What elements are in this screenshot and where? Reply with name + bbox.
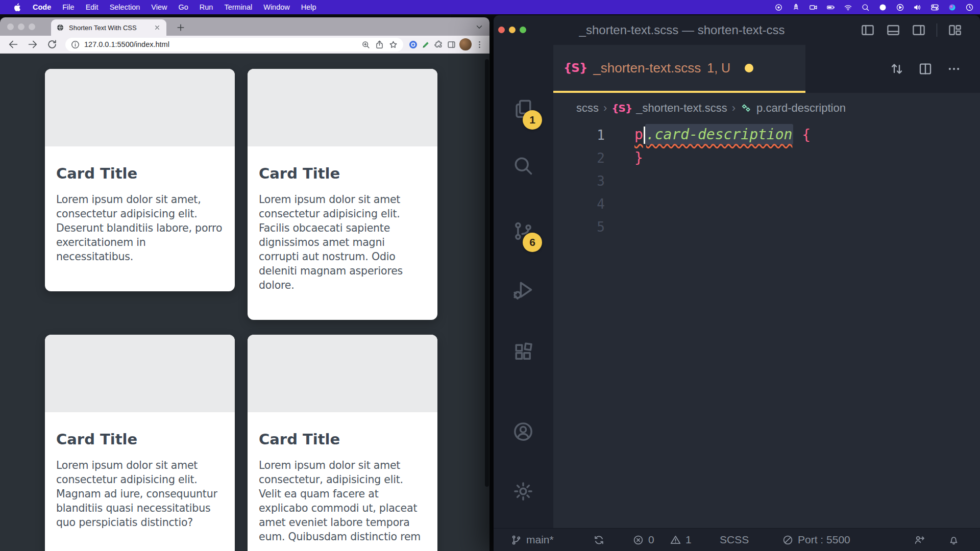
minimize-window-button[interactable]: [18, 23, 24, 30]
zoom-page-icon[interactable]: [361, 40, 371, 49]
language-mode-status[interactable]: SCSS: [720, 529, 749, 551]
content-card: Card TitleLorem ipsum dolor sit amet con…: [248, 335, 437, 551]
settings-gear-icon[interactable]: [512, 480, 534, 503]
siri-icon[interactable]: [948, 3, 957, 12]
volume-icon[interactable]: [913, 3, 922, 12]
scss-file-icon: {S}: [611, 102, 632, 114]
zoom-window-button[interactable]: [29, 23, 35, 30]
forward-button[interactable]: [24, 39, 41, 50]
extensions-puzzle-icon[interactable]: [434, 40, 444, 49]
browser-window: Shorten Text With CSS 127.0.0.1:5500/ind…: [0, 17, 489, 551]
extension-blue-icon[interactable]: [408, 40, 418, 49]
sync-status-icon[interactable]: [593, 529, 605, 551]
clock-icon[interactable]: [965, 3, 974, 12]
more-actions-icon[interactable]: [946, 61, 962, 77]
menu-item-window[interactable]: Window: [258, 3, 296, 11]
share-icon[interactable]: [375, 40, 384, 49]
new-tab-button[interactable]: [176, 22, 186, 33]
zoom-window-button[interactable]: [520, 27, 526, 33]
card-image-placeholder: [248, 335, 437, 412]
notifications-bell-icon[interactable]: [948, 529, 960, 551]
toggle-secondary-sidebar-icon[interactable]: [911, 22, 926, 38]
menu-item-terminal[interactable]: Terminal: [218, 3, 258, 11]
close-window-button[interactable]: [498, 27, 505, 33]
page-scrollbar[interactable]: [485, 59, 489, 487]
split-editor-icon[interactable]: [918, 61, 933, 77]
breadcrumb-item[interactable]: {S}_shorten-text.scss: [611, 102, 727, 115]
close-tab-icon[interactable]: [153, 23, 161, 32]
minimize-window-button[interactable]: [509, 27, 516, 33]
toggle-sidebar-icon[interactable]: [860, 22, 875, 38]
tab-problems-git-decoration: 1, U: [707, 61, 730, 76]
code-line[interactable]: 5: [553, 215, 980, 238]
line-number: 4: [553, 196, 605, 212]
code-line[interactable]: 4: [553, 192, 980, 215]
window-controls[interactable]: [498, 27, 526, 33]
code-editor[interactable]: 1p.card-description {2}345: [553, 123, 980, 529]
unsaved-changes-dot[interactable]: [745, 64, 753, 72]
vscode-title-bar[interactable]: _shorten-text.scss — shorten-text-css: [494, 15, 980, 45]
breadcrumb-item[interactable]: scss: [576, 102, 599, 115]
toggle-panel-icon[interactable]: [886, 22, 901, 38]
site-info-icon[interactable]: [70, 40, 80, 49]
menu-item-file[interactable]: File: [57, 3, 80, 11]
line-content: }: [634, 149, 643, 166]
code-line[interactable]: 3: [553, 169, 980, 192]
run-debug-icon[interactable]: [512, 279, 534, 301]
breadcrumb-item[interactable]: p.card-description: [740, 102, 846, 115]
record-icon[interactable]: [774, 3, 783, 12]
customize-layout-icon[interactable]: [947, 22, 963, 38]
line-number: 5: [553, 219, 605, 235]
menu-app-name[interactable]: Code: [27, 3, 57, 11]
profile-avatar[interactable]: [459, 38, 472, 51]
bookmark-star-icon[interactable]: [388, 40, 398, 49]
live-server-port-status[interactable]: Port : 5500: [782, 529, 850, 551]
play-circle-icon[interactable]: [896, 3, 904, 12]
battery-icon[interactable]: [826, 3, 835, 12]
feedback-icon[interactable]: [914, 529, 925, 551]
back-button[interactable]: [5, 39, 21, 50]
browser-menu-kebab-icon[interactable]: [475, 40, 484, 49]
code-line[interactable]: 2}: [553, 146, 980, 169]
editor-tab-bar: {S} _shorten-text.scss 1, U: [553, 45, 980, 93]
browser-toolbar: 127.0.0.1:5500/index.html: [0, 36, 489, 54]
browser-tab[interactable]: Shorten Text With CSS: [51, 19, 166, 36]
token-punct: {: [793, 127, 811, 143]
menu-item-run[interactable]: Run: [194, 3, 219, 11]
extensions-icon[interactable]: [512, 341, 534, 363]
do-not-disturb-icon[interactable]: [878, 3, 887, 12]
address-bar[interactable]: 127.0.0.1:5500/index.html: [65, 38, 403, 52]
editor-tab[interactable]: {S} _shorten-text.scss 1, U: [553, 45, 805, 93]
side-panel-icon[interactable]: [447, 40, 456, 49]
open-changes-icon[interactable]: [889, 61, 904, 77]
code-line[interactable]: 1p.card-description {: [553, 123, 980, 146]
warnings-status[interactable]: 1: [670, 529, 692, 551]
screen-record-icon[interactable]: [809, 3, 818, 12]
url-text[interactable]: 127.0.0.1:5500/index.html: [84, 40, 357, 48]
rocket-icon[interactable]: [792, 3, 800, 12]
breadcrumbs: scss›{S}_shorten-text.scss›p.card-descri…: [576, 93, 980, 123]
menu-item-help[interactable]: Help: [296, 3, 322, 11]
card-description: Lorem ipsum dolor sit amet, consectetur …: [56, 192, 224, 264]
wifi-icon[interactable]: [844, 3, 852, 12]
git-branch-status[interactable]: main*: [510, 529, 554, 551]
extension-pencil-icon[interactable]: [421, 40, 431, 49]
menu-item-selection[interactable]: Selection: [104, 3, 146, 11]
menu-item-view[interactable]: View: [145, 3, 173, 11]
reload-button[interactable]: [44, 39, 60, 50]
search-icon[interactable]: [512, 155, 534, 177]
menu-item-go[interactable]: Go: [173, 3, 193, 11]
control-center-icon[interactable]: [930, 3, 939, 12]
apple-menu-icon[interactable]: [7, 3, 27, 12]
spotlight-icon[interactable]: [861, 3, 870, 12]
breadcrumb-label: _shorten-text.scss: [636, 102, 727, 115]
tab-search-icon[interactable]: [475, 22, 484, 32]
close-window-button[interactable]: [7, 23, 14, 30]
card-image-placeholder: [248, 69, 437, 146]
account-icon[interactable]: [512, 420, 534, 443]
token-punct: }: [634, 149, 643, 166]
window-controls[interactable]: [7, 23, 35, 30]
squiggle-underline: p.card-description: [634, 126, 793, 144]
errors-status[interactable]: 0: [632, 529, 654, 551]
menu-item-edit[interactable]: Edit: [80, 3, 104, 11]
